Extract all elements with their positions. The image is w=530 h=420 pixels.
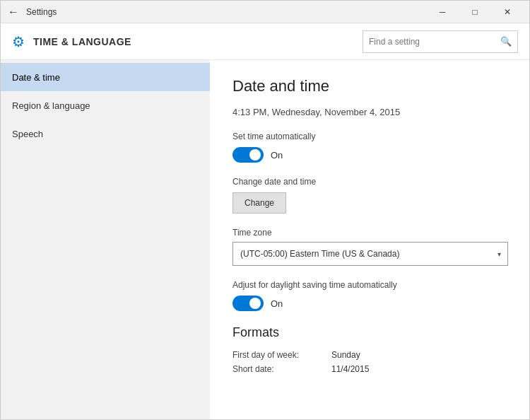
short-date-label: Short date:	[232, 364, 331, 374]
timezone-label: Time zone	[232, 228, 507, 238]
sidebar-item-label: Date & time	[12, 72, 60, 83]
first-day-row: First day of week: Sunday	[232, 350, 507, 360]
change-date-label: Change date and time	[232, 177, 507, 187]
search-box[interactable]: 🔍	[363, 30, 518, 53]
formats-title: Formats	[232, 325, 507, 340]
current-time: 4:13 PM, Wednesday, November 4, 2015	[232, 107, 507, 117]
gear-icon: ⚙	[12, 33, 25, 50]
search-icon: 🔍	[500, 36, 512, 47]
titlebar-controls: ─ □ ✕	[426, 1, 524, 23]
first-day-value: Sunday	[331, 350, 360, 360]
titlebar-left: ← Settings	[6, 4, 57, 20]
main-area: Date & time Region & language Speech Dat…	[1, 60, 529, 419]
close-button[interactable]: ✕	[491, 1, 524, 23]
short-date-row: Short date: 11/4/2015	[232, 364, 507, 374]
maximize-button[interactable]: □	[459, 1, 491, 23]
set-time-label: Set time automatically	[232, 132, 507, 141]
daylight-toggle-label: On	[271, 298, 283, 309]
back-button[interactable]: ←	[6, 4, 20, 20]
app-title: TIME & LANGUAGE	[33, 36, 354, 47]
toggle-knob	[249, 149, 261, 161]
settings-window: ← Settings ─ □ ✕ ⚙ TIME & LANGUAGE 🔍 Dat…	[0, 0, 530, 420]
search-input[interactable]	[369, 37, 496, 47]
daylight-label: Adjust for daylight saving time automati…	[232, 280, 507, 290]
titlebar: ← Settings ─ □ ✕	[1, 1, 529, 23]
short-date-value: 11/4/2015	[331, 364, 369, 374]
daylight-toggle[interactable]	[232, 296, 264, 311]
sidebar-item-speech[interactable]: Speech	[1, 119, 210, 148]
toggle-knob-daylight	[249, 298, 261, 309]
content-area: Date and time 4:13 PM, Wednesday, Novemb…	[210, 60, 529, 419]
timezone-wrapper: (UTC-05:00) Eastern Time (US & Canada) ▾	[232, 242, 508, 266]
minimize-button[interactable]: ─	[426, 1, 459, 23]
sidebar-item-date-time[interactable]: Date & time	[1, 63, 210, 91]
sidebar-item-label: Speech	[12, 129, 43, 139]
sidebar: Date & time Region & language Speech	[1, 60, 210, 419]
first-day-label: First day of week:	[232, 350, 331, 360]
app-header: ⚙ TIME & LANGUAGE 🔍	[1, 23, 529, 60]
timezone-select[interactable]: (UTC-05:00) Eastern Time (US & Canada)	[232, 242, 508, 266]
sidebar-item-region[interactable]: Region & language	[1, 91, 210, 119]
daylight-toggle-row: On	[232, 296, 507, 311]
set-time-toggle[interactable]	[232, 147, 264, 163]
titlebar-title: Settings	[26, 7, 57, 17]
sidebar-item-label: Region & language	[12, 100, 90, 111]
change-button[interactable]: Change	[232, 192, 286, 214]
set-time-toggle-row: On	[232, 147, 507, 163]
page-title: Date and time	[232, 77, 507, 95]
set-time-toggle-label: On	[271, 150, 283, 161]
